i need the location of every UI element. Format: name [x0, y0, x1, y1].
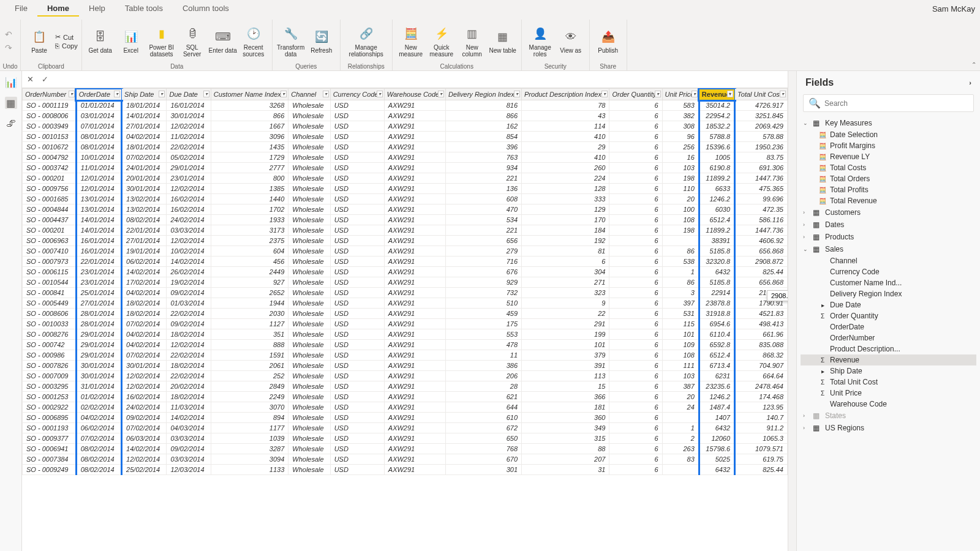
table-cell[interactable]: 3096 — [211, 132, 288, 142]
table-cell[interactable]: Wholesale — [288, 298, 330, 309]
field-node[interactable]: 🧮Date Selection — [801, 129, 976, 140]
table-cell[interactable]: 20 — [662, 194, 699, 204]
table-cell[interactable]: SO - 0008006 — [23, 111, 77, 121]
table-cell[interactable]: AXW291 — [384, 132, 445, 142]
table-row[interactable]: SO - 001067208/01/201418/01/201422/02/20… — [23, 142, 788, 152]
table-cell[interactable]: USD — [330, 132, 384, 142]
table-cell[interactable]: 198 — [662, 173, 699, 184]
table-cell[interactable]: SO - 0002922 — [23, 402, 77, 413]
table-cell[interactable]: 2849 — [211, 381, 288, 392]
get-data-button[interactable]: 🗄Get data — [86, 23, 115, 60]
table-cell[interactable]: USD — [330, 100, 384, 111]
table-cell[interactable]: 6512.4 — [699, 215, 734, 225]
table-cell[interactable]: AXW291 — [384, 298, 445, 309]
table-cell[interactable]: 6190.8 — [699, 163, 734, 173]
table-cell[interactable]: 29/01/2014 — [76, 340, 121, 350]
table-cell[interactable] — [662, 236, 699, 246]
table-cell[interactable]: 1133 — [211, 465, 288, 475]
filter-dropdown-icon[interactable]: ▾ — [438, 91, 444, 97]
table-cell[interactable]: Wholesale — [288, 402, 330, 413]
table-cell[interactable]: 676 — [446, 267, 522, 277]
table-cell[interactable]: 6 — [522, 257, 609, 267]
table-row[interactable]: SO - 000924908/02/201425/02/201412/03/20… — [23, 465, 788, 475]
table-cell[interactable]: AXW291 — [384, 215, 445, 225]
table-cell[interactable]: 396 — [446, 142, 522, 152]
table-cell[interactable]: 621 — [446, 392, 522, 402]
table-cell[interactable]: 29/01/2014 — [76, 350, 121, 361]
table-row[interactable]: SO - 000484413/01/201413/02/201416/02/20… — [23, 204, 788, 215]
table-cell[interactable]: 6 — [609, 111, 662, 121]
table-cell[interactable]: SO - 0007826 — [23, 361, 77, 371]
table-cell[interactable]: 103 — [662, 163, 699, 173]
table-cell[interactable]: 22/02/2014 — [167, 350, 211, 361]
table-cell[interactable]: USD — [330, 225, 384, 236]
search-input[interactable] — [824, 99, 968, 108]
table-cell[interactable]: 6 — [609, 142, 662, 152]
data-view-icon[interactable]: ▦ — [5, 97, 17, 109]
table-cell[interactable]: 96 — [662, 132, 699, 142]
table-cell[interactable]: 07/01/2014 — [76, 121, 121, 132]
table-cell[interactable]: SO - 0008276 — [23, 329, 77, 340]
column-header[interactable]: Total Unit Cost▾ — [735, 89, 788, 100]
table-cell[interactable]: Wholesale — [288, 163, 330, 173]
table-cell[interactable]: Wholesale — [288, 225, 330, 236]
table-cell[interactable]: 3070 — [211, 402, 288, 413]
table-cell[interactable]: 04/03/2014 — [167, 423, 211, 433]
table-cell[interactable]: 29 — [522, 142, 609, 152]
filter-dropdown-icon[interactable]: ▾ — [727, 91, 733, 97]
table-cell[interactable]: 256 — [662, 142, 699, 152]
table-cell[interactable]: USD — [330, 465, 384, 475]
table-row[interactable]: SO - 000696316/01/201427/01/201412/02/20… — [23, 236, 788, 246]
field-node[interactable]: Customer Name Ind... — [801, 277, 976, 288]
field-node[interactable]: ΣUnit Price — [801, 388, 976, 399]
table-cell[interactable]: SO - 0007009 — [23, 371, 77, 381]
table-cell[interactable]: 4521.83 — [735, 309, 788, 319]
table-cell[interactable]: 888 — [211, 340, 288, 350]
table-cell[interactable]: USD — [330, 381, 384, 392]
table-cell[interactable]: USD — [330, 329, 384, 340]
table-cell[interactable]: AXW291 — [384, 194, 445, 204]
table-cell[interactable]: 30/01/2014 — [76, 361, 121, 371]
table-cell[interactable]: 716 — [446, 257, 522, 267]
table-row[interactable]: SO - 000689504/02/201409/02/201414/02/20… — [23, 413, 788, 423]
table-cell[interactable]: Wholesale — [288, 413, 330, 423]
table-cell[interactable]: 6 — [609, 215, 662, 225]
table-cell[interactable]: 14/02/2014 — [167, 413, 211, 423]
table-cell[interactable]: 2908.872 — [735, 257, 788, 267]
table-cell[interactable]: AXW291 — [384, 444, 445, 454]
table-cell[interactable]: 11 — [446, 350, 522, 361]
table-cell[interactable]: 3287 — [211, 444, 288, 454]
table-row[interactable]: SO - 000394907/01/201427/01/201412/02/20… — [23, 121, 788, 132]
table-cell[interactable]: 03/03/2014 — [167, 454, 211, 465]
table-cell[interactable]: 6954.6 — [699, 319, 734, 329]
table-cell[interactable]: AXW291 — [384, 288, 445, 298]
table-cell[interactable]: AXW291 — [384, 413, 445, 423]
table-cell[interactable]: 2777 — [211, 163, 288, 173]
table-cell[interactable]: 478 — [446, 340, 522, 350]
table-cell[interactable]: 26/02/2014 — [167, 267, 211, 277]
table-cell[interactable]: USD — [330, 444, 384, 454]
table-cell[interactable]: Wholesale — [288, 132, 330, 142]
table-cell[interactable]: 768 — [446, 444, 522, 454]
field-node[interactable]: 🧮Total Orders — [801, 173, 976, 184]
table-cell[interactable]: 271 — [522, 277, 609, 288]
table-cell[interactable]: AXW291 — [384, 152, 445, 163]
field-node[interactable]: Delivery Region Index — [801, 288, 976, 299]
table-cell[interactable]: 531 — [662, 309, 699, 319]
table-cell[interactable]: 670 — [446, 454, 522, 465]
table-cell[interactable]: 10/01/2014 — [76, 152, 121, 163]
table-cell[interactable]: SO - 000742 — [23, 340, 77, 350]
table-cell[interactable]: 9 — [522, 298, 609, 309]
new-table-button[interactable]: ▦New table — [488, 23, 518, 60]
table-cell[interactable]: 1246.2 — [699, 194, 734, 204]
table-cell[interactable]: AXW291 — [384, 465, 445, 475]
table-node[interactable]: ⌄▦Key Measures — [801, 117, 976, 129]
table-cell[interactable]: 2069.429 — [735, 121, 788, 132]
table-cell[interactable]: 28 — [446, 381, 522, 392]
table-cell[interactable]: 12060 — [699, 433, 734, 444]
table-cell[interactable]: 09/02/2014 — [167, 288, 211, 298]
commit-formula-button[interactable]: ✓ — [39, 74, 50, 85]
view-as-button[interactable]: 👁View as — [556, 23, 586, 60]
table-row[interactable]: SO - 000125301/02/201416/02/201418/02/20… — [23, 392, 788, 402]
table-cell[interactable]: 110 — [662, 184, 699, 194]
